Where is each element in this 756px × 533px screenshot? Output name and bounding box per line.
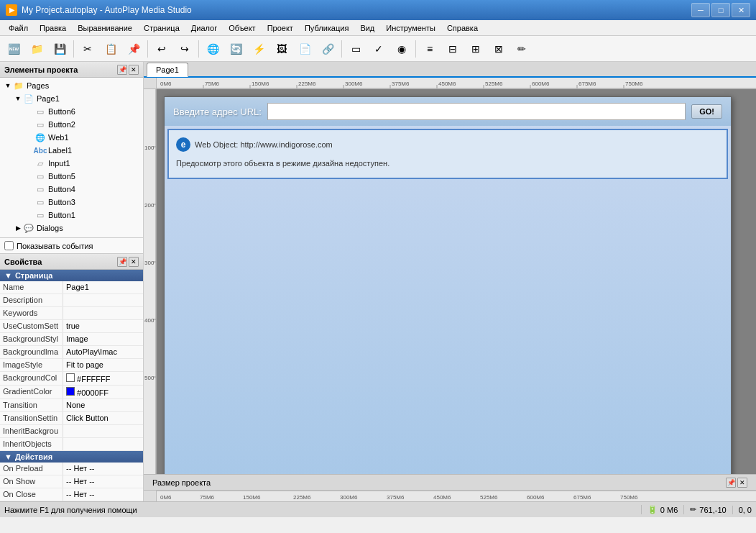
toolbar-flash-btn[interactable]: ⚡ (248, 39, 269, 59)
tab-page1[interactable]: Page1 (147, 63, 188, 77)
go-button[interactable]: GO! (691, 104, 722, 119)
prop-row-onpreload: On Preload -- Нет -- (0, 463, 143, 475)
panel-pin-btn[interactable]: 📌 (117, 65, 127, 75)
prop-name-bgimage: BackgroundIma (0, 346, 63, 358)
toolbar-radio-btn[interactable]: ◉ (391, 39, 412, 59)
menu-item-вид[interactable]: Вид (354, 20, 380, 35)
toolbar-web-btn[interactable]: 🔗 (317, 39, 338, 59)
menu-item-справка[interactable]: Справка (441, 20, 484, 35)
properties-title: Свойства (4, 258, 42, 266)
button-icon-6: ▭ (34, 106, 46, 117)
tree-item-button4[interactable]: ▭ Button4 (1, 183, 142, 196)
minimize-button[interactable]: ─ (691, 3, 710, 17)
tree-item-dialogs[interactable]: ▶ 💬 Dialogs (1, 222, 142, 234)
toolbar-copy-btn[interactable]: 📋 (100, 39, 121, 59)
prop-section-actions-label: Действия (15, 452, 52, 461)
props-pin-btn[interactable]: 📌 (117, 257, 127, 267)
toolbar-paste-btn[interactable]: 📌 (123, 39, 144, 59)
svg-text:200: 200 (144, 202, 155, 209)
prop-value-usecustom[interactable]: true (63, 320, 143, 332)
expand-button4 (24, 186, 34, 193)
toolbar-cut-btn[interactable]: ✂ (77, 39, 98, 59)
expand-button6 (24, 108, 34, 115)
tree-item-button1[interactable]: ▭ Button1 (1, 209, 142, 222)
toolbar-img-btn[interactable]: 🖼 (271, 39, 292, 59)
toolbar-open-btn[interactable]: 📁 (26, 39, 47, 59)
prop-name-keywords: Keywords (0, 307, 63, 319)
menu-item-выравнивание[interactable]: Выравнивание (72, 20, 138, 35)
prop-value-description[interactable] (63, 294, 143, 306)
toolbar-align1-btn[interactable]: ≡ (419, 39, 441, 59)
tree-item-button5[interactable]: ▭ Button5 (1, 170, 142, 183)
size-panel-pin-btn[interactable]: 📌 (726, 478, 736, 488)
tree-item-input1[interactable]: ▱ Input1 (1, 157, 142, 170)
prop-value-gradient[interactable]: #0000FF (63, 386, 143, 398)
prop-name-usecustom: UseCustomSett (0, 320, 63, 332)
size-panel-close-btn[interactable]: ✕ (737, 478, 747, 488)
prop-value-bgimage[interactable]: AutoPlay\Imac (63, 346, 143, 358)
expand-pages[interactable]: ▼ (3, 82, 13, 89)
url-label: Введите адрес URL: (173, 106, 262, 117)
prop-value-inheritbg[interactable] (63, 425, 143, 437)
folder-icon: 📁 (13, 80, 24, 91)
tree-item-button3[interactable]: ▭ Button3 (1, 196, 142, 209)
toolbar-save-btn[interactable]: 💾 (49, 39, 70, 59)
app-icon: ▶ (6, 4, 17, 16)
tree-item-label1[interactable]: Abc Label1 (1, 144, 142, 157)
menu-item-проект[interactable]: Проект (262, 20, 299, 35)
toolbar-btn-btn[interactable]: ▭ (345, 39, 367, 59)
tree-item-button2[interactable]: ▭ Button2 (1, 118, 142, 131)
toolbar-grid2-btn[interactable]: ⊠ (488, 39, 510, 59)
tree-item-page1[interactable]: ▼ 📄 Page1 (1, 92, 142, 105)
menu-item-публикация[interactable]: Публикация (299, 20, 354, 35)
maximize-button[interactable]: □ (711, 3, 730, 17)
prop-value-bgstyle[interactable]: Image (63, 333, 143, 345)
toolbar-check-btn[interactable]: ✓ (368, 39, 389, 59)
tree-label-button3: Button3 (48, 198, 75, 206)
expand-button5 (24, 173, 34, 180)
tree-item-pages[interactable]: ▼ 📁 Pages (1, 79, 142, 92)
tree-label-page1: Page1 (37, 94, 60, 103)
prop-value-onpreload[interactable]: -- Нет -- (63, 463, 143, 475)
prop-value-name[interactable]: Page1 (63, 281, 143, 293)
sep1 (73, 40, 74, 58)
prop-value-onshow[interactable]: -- Нет -- (63, 475, 143, 488)
expand-page1[interactable]: ▼ (13, 95, 23, 102)
props-close-btn[interactable]: ✕ (129, 257, 139, 267)
canvas-scroll[interactable]: Введите адрес URL: GO! e Web Object: htt… (157, 89, 756, 474)
web-icon: 🌐 (34, 132, 46, 143)
toolbar-grid-btn[interactable]: ⊞ (465, 39, 487, 59)
url-input[interactable] (267, 103, 686, 120)
toolbar-browser-btn[interactable]: 🌐 (202, 39, 223, 59)
toolbar-redo-btn[interactable]: ↪ (174, 39, 195, 59)
toolbar-refresh-btn[interactable]: 🔄 (225, 39, 246, 59)
toolbar-pdf-btn[interactable]: 📄 (294, 39, 315, 59)
toolbar-draw-btn[interactable]: ✏ (511, 39, 533, 59)
panel-close-btn[interactable]: ✕ (129, 65, 139, 75)
prop-value-transition[interactable]: None (63, 399, 143, 411)
prop-value-transset[interactable]: Click Button (63, 412, 143, 424)
tree-item-web1[interactable]: 🌐 Web1 (1, 131, 142, 144)
prop-row-description: Description (0, 294, 143, 307)
menu-item-файл[interactable]: Файл (3, 20, 34, 35)
toolbar-undo-btn[interactable]: ↩ (151, 39, 172, 59)
menu-item-правка[interactable]: Правка (34, 20, 72, 35)
prop-value-inheritobj[interactable] (63, 438, 143, 450)
prop-row-inheritobj: InheritObjects (0, 438, 143, 451)
show-events-checkbox[interactable] (4, 241, 14, 250)
menu-item-инструменты[interactable]: Инструменты (380, 20, 441, 35)
toolbar-new-btn[interactable]: 🆕 (3, 39, 24, 59)
prop-value-imgstyle[interactable]: Fit to page (63, 359, 143, 371)
menu-item-объект[interactable]: Объект (223, 20, 261, 35)
prop-value-keywords[interactable] (63, 307, 143, 319)
expand-dialogs[interactable]: ▶ (13, 224, 23, 232)
svg-text:225М6: 225М6 (293, 494, 311, 501)
menu-item-страница[interactable]: Страница (138, 20, 185, 35)
menu-item-диалог[interactable]: Диалог (185, 20, 223, 35)
toolbar-align2-btn[interactable]: ⊟ (442, 39, 464, 59)
tree-item-button6[interactable]: ▭ Button6 (1, 105, 142, 118)
svg-text:300: 300 (144, 260, 155, 266)
prop-value-onclose[interactable]: -- Нет -- (63, 488, 143, 501)
prop-value-bgcolor[interactable]: #FFFFFF (63, 372, 143, 385)
close-button[interactable]: ✕ (732, 3, 750, 17)
